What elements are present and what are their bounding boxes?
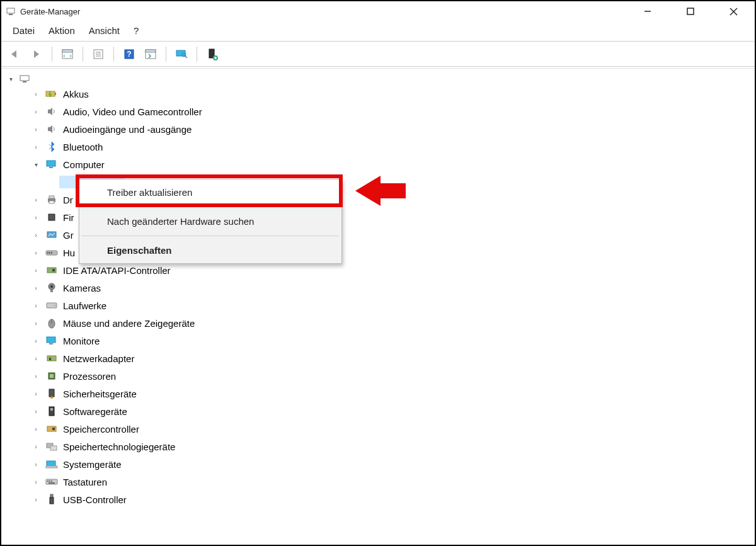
nav-back-button[interactable] <box>6 45 24 63</box>
tree-item-label: Gr <box>63 230 74 241</box>
tree-item-label: IDE ATA/ATAPI-Controller <box>63 265 171 276</box>
tree-item-laufwerke[interactable]: › Laufwerke <box>4 297 755 314</box>
tree-item-label: Mäuse und andere Zeigegeräte <box>63 318 195 329</box>
tree-item-sicherheit[interactable]: › Sicherheitsgeräte <box>4 385 755 402</box>
close-button[interactable] <box>722 3 745 20</box>
computer-root-icon <box>19 74 30 84</box>
add-device-button[interactable] <box>203 45 221 63</box>
chevron-right-icon[interactable]: › <box>32 89 40 98</box>
drive-icon <box>45 299 58 312</box>
chevron-right-icon[interactable]: › <box>32 266 40 275</box>
context-menu-properties[interactable]: Eigenschaften <box>79 237 341 263</box>
tree-item-audio-io[interactable]: › Audioeingänge und -ausgänge <box>4 120 755 138</box>
chevron-right-icon[interactable]: › <box>32 125 40 134</box>
menubar: Datei Aktion Ansicht ? <box>1 21 755 42</box>
camera-icon <box>45 282 58 294</box>
software-icon <box>45 405 58 418</box>
tree-item-ide[interactable]: › IDE ATA/ATAPI-Controller <box>4 261 755 279</box>
chevron-down-icon[interactable]: ▾ <box>32 160 40 169</box>
help-button[interactable]: ? <box>120 45 138 63</box>
tree-item-bluetooth[interactable]: › Bluetooth <box>4 138 755 156</box>
tree-item-software[interactable]: › Softwaregeräte <box>4 402 755 420</box>
chevron-right-icon[interactable]: › <box>32 424 40 433</box>
tree-item-label: Computer <box>63 159 105 170</box>
tree-item-kameras[interactable]: › Kameras <box>4 279 755 297</box>
network-icon <box>45 352 58 365</box>
chevron-right-icon[interactable]: › <box>32 495 40 504</box>
tree-item-audio-video[interactable]: › Audio, Video und Gamecontroller <box>4 103 755 120</box>
chevron-right-icon[interactable]: › <box>32 319 40 327</box>
context-menu-update-driver[interactable]: Treiber aktualisieren <box>79 179 341 205</box>
tree-item-tastaturen[interactable]: › Tastaturen <box>4 473 755 491</box>
tree-root[interactable]: ▾ <box>4 72 755 85</box>
tree-item-speichertechnologie[interactable]: › Speichertechnologiegeräte <box>4 438 755 455</box>
tree-item-system[interactable]: › Systemgeräte <box>4 455 755 473</box>
context-menu-divider <box>82 207 339 207</box>
chevron-right-icon[interactable]: › <box>32 248 40 257</box>
chevron-right-icon[interactable]: › <box>32 107 40 116</box>
show-hide-tree-button[interactable] <box>59 45 76 63</box>
menu-help[interactable]: ? <box>134 25 139 36</box>
menu-datei[interactable]: Datei <box>13 25 35 36</box>
svg-rect-69 <box>49 482 55 484</box>
chevron-right-icon[interactable]: › <box>32 354 40 363</box>
context-menu-scan-hardware[interactable]: Nach geänderter Hardware suchen <box>79 208 341 234</box>
tree-item-computer[interactable]: ▾ Computer <box>4 156 755 173</box>
svg-rect-3 <box>687 8 694 14</box>
tree-item-prozessoren[interactable]: › Prozessoren <box>4 367 755 385</box>
maximize-button[interactable] <box>679 3 702 20</box>
app-icon <box>5 6 16 17</box>
monitor-icon-button[interactable] <box>173 45 190 63</box>
svg-point-46 <box>54 305 55 306</box>
chevron-right-icon[interactable]: › <box>32 389 40 398</box>
tree-item-label: Audio, Video und Gamecontroller <box>63 106 202 117</box>
scan-hardware-button[interactable] <box>142 45 159 63</box>
chevron-right-icon[interactable]: › <box>32 213 40 222</box>
properties-button[interactable] <box>89 45 107 63</box>
chevron-right-icon[interactable]: › <box>32 477 40 486</box>
svg-rect-38 <box>49 252 50 254</box>
tree-item-speichercontroller[interactable]: › Speichercontroller <box>4 420 755 438</box>
tree-item-monitore[interactable]: › Monitore <box>4 332 755 350</box>
svg-line-18 <box>185 56 187 58</box>
chevron-right-icon[interactable]: › <box>32 336 40 345</box>
tree-item-label: Dr <box>63 195 73 205</box>
chevron-right-icon[interactable]: › <box>32 142 40 151</box>
chevron-right-icon[interactable]: › <box>32 301 40 310</box>
tree-item-label: Kameras <box>63 283 101 293</box>
mouse-icon <box>45 317 58 329</box>
svg-rect-26 <box>55 93 56 95</box>
menu-aktion[interactable]: Aktion <box>49 25 75 36</box>
svg-rect-34 <box>49 214 55 220</box>
monitor-icon <box>45 158 58 171</box>
system-icon <box>45 458 58 470</box>
svg-rect-66 <box>47 481 49 482</box>
toolbar-divider <box>113 47 114 62</box>
menu-ansicht[interactable]: Ansicht <box>89 25 120 36</box>
tree-item-usb[interactable]: › USB-Controller <box>4 491 755 508</box>
chevron-right-icon[interactable]: › <box>32 195 40 204</box>
chevron-right-icon[interactable]: › <box>32 230 40 239</box>
tree-item-label: Speichertechnologiegeräte <box>63 441 175 452</box>
tree-item-netzwerk[interactable]: › Netzwerkadapter <box>4 350 755 367</box>
tree-item-maus[interactable]: › Mäuse und andere Zeigegeräte <box>4 314 755 332</box>
svg-rect-60 <box>52 428 55 430</box>
chevron-right-icon[interactable]: › <box>32 442 40 451</box>
minimize-button[interactable] <box>636 3 659 20</box>
chevron-right-icon[interactable]: › <box>32 407 40 416</box>
svg-rect-27 <box>47 161 55 166</box>
tree-item-akkus[interactable]: › Akkus <box>4 85 755 103</box>
cpu-icon <box>45 370 58 382</box>
chevron-down-icon[interactable]: ▾ <box>6 74 15 83</box>
chevron-right-icon[interactable]: › <box>32 372 40 380</box>
tree-item-label: Laufwerke <box>63 300 106 311</box>
chevron-right-icon[interactable]: › <box>32 283 40 292</box>
svg-rect-68 <box>51 481 52 482</box>
svg-rect-71 <box>50 498 54 504</box>
chevron-right-icon[interactable]: › <box>32 460 40 469</box>
svg-rect-24 <box>23 81 26 82</box>
nav-forward-button[interactable] <box>28 45 45 63</box>
svg-rect-51 <box>47 356 56 361</box>
tree-item-label: Fir <box>63 212 74 223</box>
svg-rect-55 <box>49 389 54 397</box>
